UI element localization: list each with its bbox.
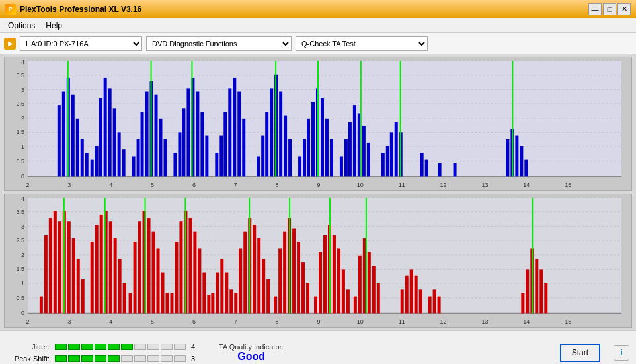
jitter-seg-5 — [108, 344, 120, 350]
svg-rect-221 — [354, 297, 357, 314]
svg-rect-191 — [211, 293, 214, 313]
titlebar-title: PlexTools Professional XL V3.16 — [20, 5, 141, 14]
svg-rect-55 — [132, 156, 136, 176]
menu-help[interactable]: Help — [40, 20, 67, 32]
titlebar-left: P PlexTools Professional XL V3.16 — [5, 4, 141, 15]
svg-text:1: 1 — [21, 280, 24, 287]
bottom-chart-svg: 0 0.5 1 1.5 2 2.5 3 3.5 4 2 3 4 5 6 7 8 … — [5, 194, 631, 327]
svg-text:2: 2 — [21, 252, 24, 258]
svg-text:4: 4 — [109, 182, 112, 188]
peak-seg-3 — [81, 355, 93, 362]
maximize-button[interactable]: □ — [603, 3, 616, 15]
svg-rect-224 — [410, 269, 413, 313]
svg-text:7: 7 — [234, 318, 237, 325]
svg-rect-212 — [337, 248, 340, 313]
svg-rect-49 — [141, 112, 144, 176]
svg-rect-162 — [95, 225, 99, 313]
close-button[interactable]: ✕ — [617, 3, 631, 15]
svg-rect-156 — [67, 221, 71, 313]
svg-rect-188 — [220, 259, 223, 313]
svg-rect-46 — [122, 149, 126, 176]
svg-rect-215 — [314, 297, 317, 314]
svg-rect-63 — [173, 153, 177, 176]
svg-rect-35 — [62, 92, 65, 177]
svg-rect-175 — [161, 273, 165, 314]
svg-text:9: 9 — [317, 182, 321, 188]
svg-rect-169 — [134, 242, 137, 313]
svg-rect-158 — [77, 259, 80, 313]
svg-rect-234 — [544, 283, 547, 313]
jitter-seg-2 — [68, 344, 80, 350]
ta-quality-value: Good — [237, 351, 265, 363]
svg-text:1.5: 1.5 — [16, 266, 24, 272]
svg-rect-76 — [284, 116, 287, 177]
svg-rect-88 — [348, 122, 352, 176]
peak-seg-1 — [55, 355, 67, 362]
svg-rect-86 — [298, 156, 301, 176]
svg-rect-91 — [362, 126, 366, 176]
peak-seg-6 — [121, 355, 133, 362]
svg-rect-233 — [539, 269, 543, 313]
svg-rect-37 — [71, 95, 75, 177]
metrics-area: Jitter: 4 Peak Shift: — [7, 343, 199, 363]
svg-rect-87 — [303, 139, 306, 177]
svg-text:10: 10 — [357, 318, 364, 325]
peak-shift-value: 3 — [191, 355, 199, 363]
drive-select[interactable]: HA:0 ID:0 PX-716A — [20, 36, 142, 51]
svg-rect-108 — [524, 160, 528, 177]
test-select[interactable]: Q-Check TA Test — [296, 36, 428, 51]
svg-rect-102 — [438, 163, 442, 177]
svg-text:2.5: 2.5 — [16, 100, 24, 107]
svg-rect-78 — [257, 156, 260, 176]
svg-text:15: 15 — [565, 318, 571, 325]
menubar: Options Help — [0, 18, 636, 33]
info-button[interactable]: i — [614, 345, 629, 361]
svg-rect-209 — [323, 235, 327, 314]
svg-rect-196 — [257, 238, 260, 313]
svg-text:11: 11 — [399, 182, 405, 188]
svg-rect-93 — [340, 156, 343, 176]
svg-rect-203 — [292, 229, 296, 314]
jitter-seg-6 — [121, 344, 133, 350]
svg-rect-71 — [219, 136, 223, 177]
svg-text:14: 14 — [523, 182, 530, 188]
toolbar: ▶ HA:0 ID:0 PX-716A DVD Diagnostic Funct… — [0, 33, 636, 54]
svg-rect-58 — [186, 88, 190, 176]
svg-rect-205 — [301, 262, 305, 313]
svg-rect-73 — [270, 88, 273, 176]
svg-rect-226 — [419, 289, 422, 313]
svg-rect-213 — [342, 269, 345, 313]
svg-rect-57 — [182, 108, 185, 176]
svg-rect-75 — [279, 92, 282, 177]
svg-rect-34 — [58, 105, 61, 176]
svg-rect-211 — [333, 235, 336, 314]
svg-rect-100 — [420, 153, 424, 176]
svg-rect-181 — [188, 218, 192, 313]
jitter-seg-3 — [81, 344, 93, 350]
svg-rect-186 — [170, 293, 173, 313]
svg-rect-157 — [72, 238, 75, 313]
svg-rect-178 — [175, 242, 178, 313]
svg-rect-66 — [228, 88, 231, 176]
function-select[interactable]: DVD Diagnostic Functions — [146, 36, 292, 51]
svg-rect-95 — [390, 132, 393, 176]
svg-rect-185 — [207, 295, 210, 314]
svg-text:13: 13 — [481, 182, 488, 188]
svg-text:1.5: 1.5 — [16, 129, 24, 135]
svg-rect-197 — [262, 259, 265, 313]
start-button[interactable]: Start — [560, 344, 600, 362]
svg-rect-168 — [123, 283, 126, 313]
svg-text:2: 2 — [26, 182, 29, 188]
svg-rect-50 — [145, 92, 149, 177]
svg-rect-52 — [155, 95, 158, 177]
svg-rect-60 — [196, 92, 199, 177]
svg-text:5: 5 — [151, 182, 154, 188]
svg-text:0: 0 — [21, 310, 24, 316]
menu-options[interactable]: Options — [3, 20, 40, 32]
jitter-value: 4 — [191, 343, 199, 351]
svg-text:0.5: 0.5 — [16, 158, 24, 164]
svg-rect-106 — [515, 136, 518, 177]
minimize-button[interactable]: — — [588, 3, 602, 15]
svg-rect-165 — [109, 221, 112, 313]
svg-text:3: 3 — [21, 86, 24, 92]
